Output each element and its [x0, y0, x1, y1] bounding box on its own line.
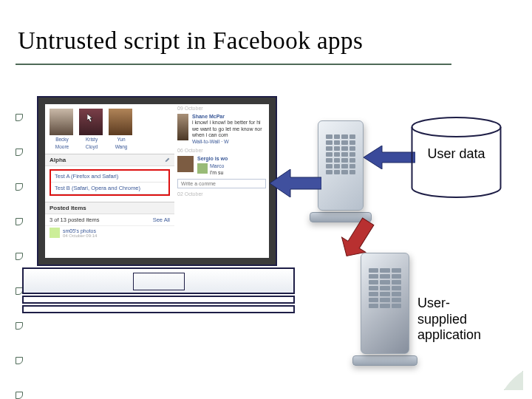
friend-card[interactable]: Yun Wang: [109, 109, 134, 149]
trackpad: [133, 273, 185, 290]
story-user[interactable]: Sergio is wo: [197, 156, 228, 162]
slide-title: Untrusted script in Facebook apps: [18, 27, 363, 55]
bullet-icon: [16, 357, 23, 364]
arrow-server-to-laptop-icon: [270, 169, 321, 197]
laptop-front-edge: [22, 305, 295, 313]
photos-date: 04 October 09:14: [63, 233, 97, 238]
feed-date: 02 October: [174, 190, 269, 198]
fb-left-col: Becky Moore Kristy Cloyd Yun Wang: [45, 104, 174, 239]
server-base: [352, 355, 417, 366]
see-all-link[interactable]: See All: [153, 216, 170, 223]
comment-input[interactable]: Write a comme: [177, 179, 266, 188]
photos-title: sm05's photos: [63, 228, 97, 233]
bullet-icon: [16, 218, 23, 225]
facebook-server: [318, 120, 372, 222]
page-curl-icon: [504, 371, 523, 390]
friend-card[interactable]: Becky Moore: [50, 109, 75, 149]
story-user[interactable]: Shane McPar: [192, 114, 266, 120]
avatar-icon: [50, 109, 73, 135]
db-label: User data: [410, 146, 502, 162]
bullet-icon: [16, 322, 23, 330]
alpha-tests-box: Test A (Firefox and Safari) Test B (Safa…: [50, 169, 170, 196]
app-server: [361, 253, 417, 366]
pencil-icon[interactable]: [165, 157, 170, 163]
alpha-header-text: Alpha: [50, 157, 66, 163]
bullet-icon: [16, 392, 23, 399]
friend-last: Cloyd: [79, 145, 104, 150]
story-body: i know! i know! be better for hi we want…: [192, 120, 266, 138]
posted-count: 3 of 13 posted items: [50, 216, 100, 223]
server-tower-icon: [318, 120, 364, 211]
avatar-icon: [109, 109, 132, 135]
alpha-test-link[interactable]: Test A (Firefox and Safari): [51, 171, 168, 183]
photo-thumb-icon: [50, 228, 60, 238]
alpha-test-link[interactable]: Test B (Safari, Opera and Chrome): [51, 183, 168, 194]
app-label-line1: User-: [417, 296, 514, 312]
avatar-icon: [177, 156, 194, 172]
bullet-icon: [16, 183, 23, 191]
app-label-line3: application: [417, 327, 514, 344]
app-server-label: User- supplied application: [417, 296, 514, 344]
feed-story: Shane McPar i know! i know! be better fo…: [174, 112, 269, 146]
fb-right-col: 09 October Shane McPar i know! i know! b…: [174, 104, 269, 198]
laptop-front-edge: [22, 296, 295, 304]
arrow-app-to-server-icon: [336, 211, 381, 263]
photos-row[interactable]: sm05's photos 04 October 09:14: [45, 226, 174, 239]
bullet-icon: [16, 253, 23, 260]
alpha-header: Alpha: [45, 154, 174, 166]
laptop-base: [22, 267, 295, 313]
bullet-icon: [16, 114, 23, 121]
friend-first: Becky: [50, 137, 75, 143]
bullet-column: [16, 114, 23, 399]
database-cylinder: User data: [410, 117, 502, 198]
app-label-line2: supplied: [417, 312, 514, 328]
friend-last: Moore: [50, 145, 75, 150]
laptop: Becky Moore Kristy Cloyd Yun Wang: [37, 96, 310, 313]
laptop-keyboard-deck: [22, 267, 295, 294]
friend-first: Kristy: [79, 137, 104, 143]
friend-first: Yun: [109, 137, 134, 143]
cursor-icon: [87, 114, 95, 123]
avatar-icon: [177, 114, 188, 140]
posted-items-header: Posted Items: [45, 202, 174, 214]
server-tower-icon: [361, 253, 409, 354]
friend-last: Wang: [109, 145, 134, 150]
posted-items-row: 3 of 13 posted items See All: [45, 214, 174, 226]
avatar-icon: [197, 163, 208, 174]
feed-date: 09 October: [174, 104, 269, 112]
story-sub-user[interactable]: Marco: [210, 163, 224, 169]
bullet-icon: [16, 149, 23, 156]
title-underline: [16, 64, 451, 65]
feed-date: 06 October: [174, 146, 269, 154]
friends-row: Becky Moore Kristy Cloyd Yun Wang: [45, 104, 174, 151]
story-link[interactable]: Wall-to-Wall · W: [192, 139, 266, 145]
svg-point-0: [412, 117, 501, 137]
laptop-screen-bezel: Becky Moore Kristy Cloyd Yun Wang: [37, 96, 277, 266]
story-sub-text: I'm su: [210, 170, 224, 176]
feed-story: Sergio is wo Marco I'm su: [174, 154, 269, 177]
arrow-db-to-server-icon: [364, 146, 415, 169]
laptop-screen: Becky Moore Kristy Cloyd Yun Wang: [45, 104, 269, 258]
